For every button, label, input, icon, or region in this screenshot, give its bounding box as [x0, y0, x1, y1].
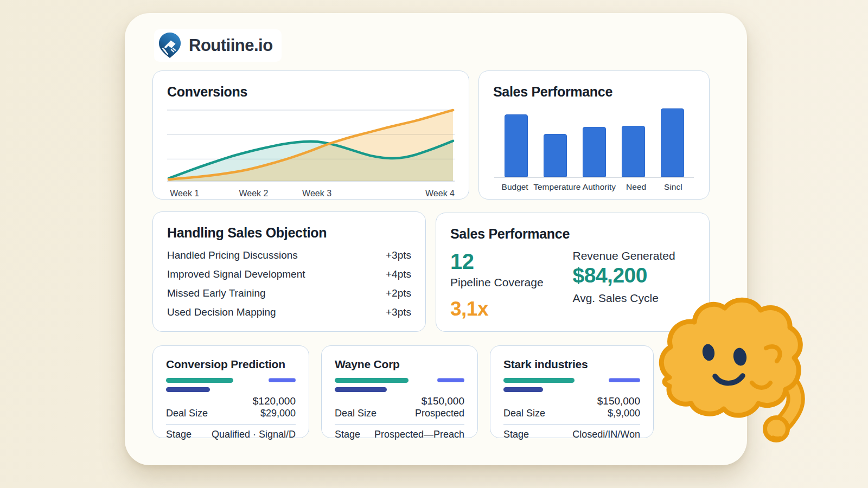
handshake-pin-icon	[157, 33, 182, 59]
sales-performance-bar-title: Sales Performance	[493, 84, 695, 100]
deal-size-value: Prospected	[415, 408, 464, 419]
objections-title: Handling Sales Objection	[167, 225, 411, 241]
deal-bar-pill	[609, 378, 640, 382]
bar-authority	[583, 127, 606, 177]
app-logo: Routiine.io	[154, 29, 282, 62]
bar-budget	[505, 114, 528, 177]
objection-points: +2pts	[386, 287, 411, 299]
deal-size-label: Deal Size	[503, 408, 545, 419]
deal-amount: $120,000	[166, 395, 296, 407]
objection-row: Handled Pricing Discussions +3pts	[167, 249, 411, 261]
x-label-week3: Week 3	[302, 189, 331, 198]
x-label-week4: Week 4	[425, 189, 455, 198]
conversions-x-axis: Week 1 Week 2 Week 3 Week 4	[167, 188, 455, 201]
revenue-generated-value: $84,200	[573, 264, 695, 287]
coverage-multiplier-value: 3,1x	[450, 298, 573, 320]
brain-mascot-icon	[654, 292, 806, 446]
objection-label: Missed Early Training	[167, 287, 266, 299]
objection-row: Missed Early Training +2pts	[167, 287, 411, 299]
bar-label-need: Need	[618, 182, 655, 192]
deal-size-label: Deal Size	[166, 408, 208, 419]
deal-size-value: $29,000	[260, 408, 296, 419]
divider	[503, 424, 640, 425]
deal-title: Wayne Corp	[335, 358, 464, 371]
deal-bar-teal	[166, 378, 233, 383]
deal-size-value: $,9,000	[608, 408, 640, 419]
objection-label: Handled Pricing Discussions	[167, 249, 298, 261]
pipeline-count-value: 12	[450, 249, 573, 274]
stage-value: Prospected—Preach	[374, 429, 464, 440]
stage-value: Closedi/IN/Won	[572, 429, 640, 440]
deal-bar-navy	[335, 387, 387, 392]
objection-points: +4pts	[386, 268, 411, 280]
bar-label-budget: Budget	[496, 182, 533, 192]
x-label-week1: Week 1	[170, 189, 199, 198]
dashboard-sheet: Routiine.io Conversions Week 1 Week 2 We…	[125, 13, 747, 465]
stage-label: Stage	[503, 429, 529, 440]
deal-amount: $150,000	[335, 395, 464, 407]
deal-bar-pill	[437, 378, 464, 382]
bar-chart	[493, 108, 695, 177]
x-label-week2: Week 2	[239, 189, 269, 198]
conversions-card: Conversions Week 1 Week 2 Week 3 Week 4	[152, 70, 469, 200]
stage-value: Qualified · Signal/D	[212, 429, 296, 440]
stage-label: Stage	[166, 429, 192, 440]
deal-title: Stark industries	[503, 358, 640, 371]
objection-points: +3pts	[386, 306, 411, 318]
conversions-title: Conversions	[167, 84, 455, 100]
deal-bar-navy	[166, 387, 210, 392]
deal-card: Wayne Corp $150,000 Deal Size Prospected…	[321, 345, 478, 438]
bar-chart-labels: Budget Temperature Authority Need Sincl	[493, 182, 695, 192]
sales-stats-title: Sales Performance	[450, 226, 695, 242]
deal-progress-bars	[335, 378, 464, 392]
objection-label: Used Decision Mapping	[167, 306, 276, 318]
objections-card: Handling Sales Objection Handled Pricing…	[152, 211, 426, 332]
deal-amount: $150,000	[503, 395, 640, 407]
bar-temperature	[544, 134, 567, 177]
bar-chart-axis	[494, 177, 694, 178]
deal-progress-bars	[503, 378, 640, 392]
revenue-generated-label: Revenue Generated	[573, 249, 695, 262]
objection-label: Improved Signal Development	[167, 268, 305, 280]
deal-bar-teal	[503, 378, 575, 383]
deal-card: Stark industries $150,000 Deal Size $,9,…	[490, 345, 654, 438]
app-name: Routiine.io	[189, 36, 273, 55]
objection-row: Used Decision Mapping +3pts	[167, 306, 411, 318]
bar-label-temperature: Temperature	[533, 182, 580, 192]
deal-bar-navy	[503, 387, 543, 392]
objections-list: Handled Pricing Discussions +3pts Improv…	[167, 249, 411, 318]
conversions-area-chart	[167, 107, 455, 184]
bar-sincl	[661, 108, 684, 177]
bar-label-sincl: Sincl	[655, 182, 692, 192]
pipeline-coverage-label: Pipeline Coverage	[450, 276, 573, 289]
deal-size-label: Deal Size	[335, 408, 376, 419]
objection-points: +3pts	[386, 249, 411, 261]
divider	[166, 424, 296, 425]
deal-card: Conversiop Prediction $120,000 Deal Size…	[152, 345, 309, 438]
objection-row: Improved Signal Development +4pts	[167, 268, 411, 280]
sales-performance-bar-card: Sales Performance Budget Temperature Aut…	[478, 70, 710, 200]
divider	[335, 424, 464, 425]
deal-progress-bars	[166, 378, 296, 392]
bar-need	[622, 126, 645, 177]
deal-title: Conversiop Prediction	[166, 358, 296, 371]
dashboard-background: Routiine.io Conversions Week 1 Week 2 We…	[0, 0, 868, 488]
stage-label: Stage	[335, 429, 360, 440]
bar-label-authority: Authority	[580, 182, 617, 192]
deal-bar-teal	[335, 378, 409, 383]
deal-bar-pill	[269, 378, 296, 382]
